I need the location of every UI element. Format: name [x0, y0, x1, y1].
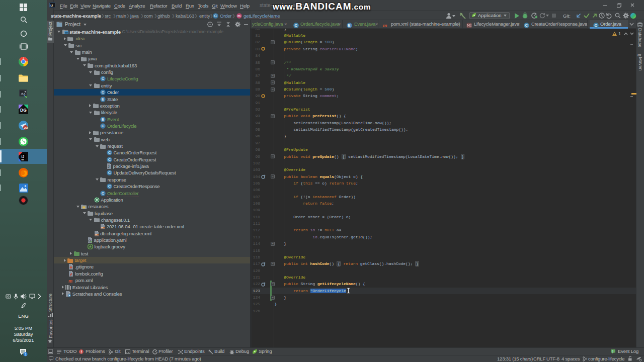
svg-text:m: m — [68, 278, 72, 284]
svg-text:C: C — [525, 23, 528, 28]
svg-text:m: m — [383, 22, 387, 28]
svg-text:C: C — [102, 77, 105, 81]
svg-text:C: C — [102, 124, 105, 128]
svg-text:C: C — [595, 23, 598, 28]
svg-text:m: m — [237, 14, 240, 18]
svg-text:C: C — [214, 14, 217, 18]
svg-text:J: J — [108, 165, 110, 168]
svg-text:C: C — [108, 184, 111, 189]
svg-text:C: C — [108, 157, 111, 162]
svg-text:C: C — [102, 191, 105, 196]
svg-text:C: C — [108, 151, 111, 155]
svg-text:xml: xml — [95, 234, 97, 236]
svg-text:xml: xml — [101, 227, 104, 229]
svg-text:C: C — [108, 171, 111, 175]
svg-text:E: E — [348, 23, 351, 28]
svg-text:DG: DG — [20, 108, 27, 113]
svg-text:E: E — [102, 117, 104, 122]
svg-text:C: C — [295, 23, 298, 28]
svg-text:E: E — [102, 97, 104, 102]
svg-text:1: 1 — [24, 352, 26, 356]
svg-text:C: C — [102, 90, 105, 95]
svg-text:IJ: IJ — [22, 155, 25, 158]
svg-text:2B: 2B — [24, 126, 28, 129]
svg-text:IJ: IJ — [50, 4, 53, 7]
